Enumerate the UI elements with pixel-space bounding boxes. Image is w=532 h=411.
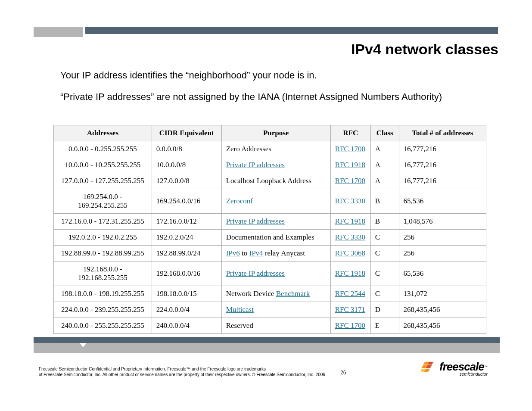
header-class: Class [370, 125, 399, 141]
table-row: 192.168.0.0 - 192.168.255.255192.168.0.0… [54, 262, 486, 286]
cell-rfc: RFC 1700 [330, 141, 370, 157]
dark-accent-bar [85, 27, 498, 34]
cell-rfc: RFC 3171 [330, 302, 370, 318]
slide: IPv4 network classes Your IP address ide… [0, 0, 532, 411]
cell-addresses: 192.168.0.0 - 192.168.255.255 [54, 262, 152, 286]
cell-addresses: 192.88.99.0 - 192.88.99.255 [54, 246, 152, 262]
cell-purpose: Private IP addresses [221, 157, 330, 173]
table-header-row: Addresses CIDR Equivalent Purpose RFC Cl… [54, 125, 486, 141]
cell-class: C [370, 262, 399, 286]
cell-total: 131,072 [399, 286, 486, 302]
rfc-link[interactable]: RFC 1700 [335, 145, 365, 153]
cell-rfc: RFC 3330 [330, 230, 370, 246]
paragraph-1: Your IP address identifies the “neighbor… [60, 69, 474, 82]
cell-cidr: 192.168.0.0/16 [152, 262, 221, 286]
cell-total: 256 [399, 230, 486, 246]
table-row: 240.0.0.0 - 255.255.255.255240.0.0.0/4Re… [54, 318, 486, 334]
table-row: 224.0.0.0 - 239.255.255.255224.0.0.0/4Mu… [54, 302, 486, 318]
table-row: 172.16.0.0 - 172.31.255.255172.16.0.0/12… [54, 214, 486, 230]
cell-purpose: Zeroconf [221, 189, 330, 214]
cell-total: 65,536 [399, 262, 486, 286]
table-wrap: Addresses CIDR Equivalent Purpose RFC Cl… [53, 125, 486, 334]
cell-purpose: Network Device Benchmark [221, 286, 330, 302]
rfc-link[interactable]: RFC 1918 [335, 217, 365, 225]
cell-cidr: 172.16.0.0/12 [152, 214, 221, 230]
cell-total: 268,435,456 [399, 318, 486, 334]
cell-rfc: RFC 1918 [330, 214, 370, 230]
table-body: 0.0.0.0 - 0.255.255.2550.0.0.0/8Zero Add… [54, 141, 486, 334]
cell-rfc: RFC 3068 [330, 246, 370, 262]
gray-accent-bar [34, 27, 83, 37]
rfc-link[interactable]: RFC 1918 [335, 269, 365, 277]
cell-purpose: Documentation and Examples [221, 230, 330, 246]
freescale-logo: freescale™ semiconductor [421, 358, 497, 379]
gray-bottom-bar [34, 343, 500, 353]
cell-class: A [370, 141, 399, 157]
cell-class: D [370, 302, 399, 318]
cell-cidr: 0.0.0.0/8 [152, 141, 221, 157]
cell-cidr: 192.0.2.0/24 [152, 230, 221, 246]
purpose-link[interactable]: Private IP addresses [226, 269, 285, 277]
cell-addresses: 0.0.0.0 - 0.255.255.255 [54, 141, 152, 157]
cell-purpose: Zero Addresses [221, 141, 330, 157]
cell-total: 16,777,216 [399, 141, 486, 157]
table-row: 0.0.0.0 - 0.255.255.2550.0.0.0/8Zero Add… [54, 141, 486, 157]
purpose-link[interactable]: Zeroconf [226, 197, 253, 205]
cell-cidr: 10.0.0.0/8 [152, 157, 221, 173]
table-row: 198.18.0.0 - 198.19.255.255198.18.0.0/15… [54, 286, 486, 302]
ipv4-table: Addresses CIDR Equivalent Purpose RFC Cl… [53, 125, 486, 334]
cell-purpose: Multicast [221, 302, 330, 318]
cell-class: B [370, 189, 399, 214]
cell-rfc: RFC 1700 [330, 173, 370, 189]
cell-rfc: RFC 1918 [330, 157, 370, 173]
footer-line-1: Freescale Semiconductor Confidential and… [39, 366, 340, 372]
cell-addresses: 224.0.0.0 - 239.255.255.255 [54, 302, 152, 318]
logo-chevrons-icon [421, 359, 439, 379]
rfc-link[interactable]: RFC 1700 [335, 177, 365, 185]
cell-total: 65,536 [399, 189, 486, 214]
cell-addresses: 10.0.0.0 - 10.255.255.255 [54, 157, 152, 173]
cell-addresses: 240.0.0.0 - 255.255.255.255 [54, 318, 152, 334]
table-row: 169.254.0.0 - 169.254.255.255169.254.0.0… [54, 189, 486, 214]
dark-bottom-bar [34, 337, 500, 343]
purpose-link[interactable]: IPv6 [226, 249, 240, 257]
logo-tm: ™ [484, 365, 488, 369]
cell-rfc: RFC 1918 [330, 262, 370, 286]
cell-cidr: 240.0.0.0/4 [152, 318, 221, 334]
rfc-link[interactable]: RFC 1918 [335, 161, 365, 169]
header-total: Total # of addresses [399, 125, 486, 141]
cell-cidr: 127.0.0.0/8 [152, 173, 221, 189]
cell-total: 1,048,576 [399, 214, 486, 230]
cell-total: 268,435,456 [399, 302, 486, 318]
footer-legal: Freescale Semiconductor Confidential and… [39, 366, 340, 377]
cell-class: A [370, 157, 399, 173]
rfc-link[interactable]: RFC 3171 [335, 305, 365, 314]
slide-title: IPv4 network classes [351, 41, 498, 58]
rfc-link[interactable]: RFC 3068 [335, 249, 365, 257]
header-addresses: Addresses [54, 125, 152, 141]
cell-class: B [370, 214, 399, 230]
purpose-link[interactable]: Multicast [226, 305, 254, 314]
purpose-link[interactable]: Private IP addresses [226, 161, 285, 169]
cell-addresses: 172.16.0.0 - 172.31.255.255 [54, 214, 152, 230]
purpose-link[interactable]: Private IP addresses [226, 217, 285, 225]
rfc-link[interactable]: RFC 1700 [335, 321, 365, 330]
cell-total: 256 [399, 246, 486, 262]
cell-class: C [370, 230, 399, 246]
cell-class: C [370, 246, 399, 262]
logo-wordmark: freescale [439, 360, 484, 373]
cell-total: 16,777,216 [399, 173, 486, 189]
purpose-link[interactable]: IPv4 [249, 249, 263, 257]
rfc-link[interactable]: RFC 2544 [335, 290, 365, 298]
cell-class: A [370, 173, 399, 189]
paragraph-2: “Private IP addresses” are not assigned … [60, 90, 474, 103]
cell-purpose: Private IP addresses [221, 214, 330, 230]
cell-purpose: Private IP addresses [221, 262, 330, 286]
rfc-link[interactable]: RFC 3330 [335, 233, 365, 241]
cell-rfc: RFC 3330 [330, 189, 370, 214]
cell-addresses: 169.254.0.0 - 169.254.255.255 [54, 189, 152, 214]
cell-cidr: 198.18.0.0/15 [152, 286, 221, 302]
table-row: 10.0.0.0 - 10.255.255.25510.0.0.0/8Priva… [54, 157, 486, 173]
rfc-link[interactable]: RFC 3330 [335, 197, 365, 205]
purpose-link[interactable]: Benchmark [276, 290, 310, 298]
